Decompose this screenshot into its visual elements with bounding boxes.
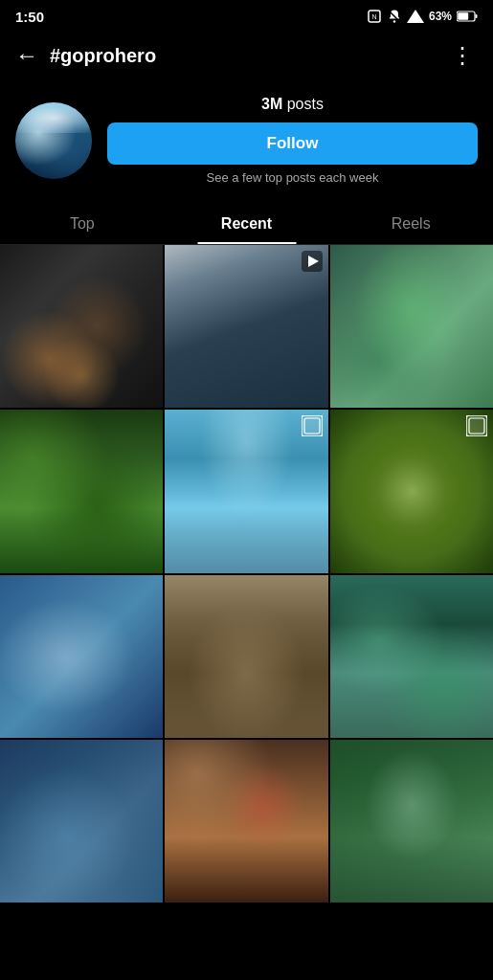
status-icons: N 63% bbox=[367, 9, 478, 24]
header: ← #goprohero ⋮ bbox=[0, 31, 493, 80]
page-title: #goprohero bbox=[50, 45, 447, 67]
svg-rect-6 bbox=[476, 14, 478, 18]
grid-item-fish[interactable] bbox=[330, 245, 493, 408]
svg-rect-7 bbox=[458, 12, 468, 20]
tab-reels[interactable]: Reels bbox=[328, 204, 493, 244]
grid-item-waterfall[interactable] bbox=[330, 740, 493, 902]
profile-info: 3M posts Follow See a few top posts each… bbox=[107, 96, 478, 185]
avatar bbox=[15, 102, 92, 179]
grid-item-motorcycle[interactable] bbox=[165, 245, 327, 408]
multi-icon bbox=[302, 415, 323, 436]
grid-item-shark[interactable] bbox=[0, 575, 163, 738]
svg-marker-4 bbox=[407, 10, 424, 23]
mute-icon bbox=[387, 9, 402, 24]
grid-item-forest[interactable] bbox=[0, 410, 163, 572]
battery-icon bbox=[457, 11, 478, 22]
profile-section: 3M posts Follow See a few top posts each… bbox=[0, 80, 493, 185]
play-icon bbox=[302, 251, 323, 272]
more-options-button[interactable]: ⋮ bbox=[447, 38, 478, 73]
tab-recent[interactable]: Recent bbox=[165, 204, 329, 244]
status-time: 1:50 bbox=[15, 9, 44, 25]
svg-text:N: N bbox=[371, 13, 376, 20]
grid-item-surfer[interactable] bbox=[165, 410, 327, 572]
follow-button[interactable]: Follow bbox=[107, 122, 478, 165]
status-bar: 1:50 N 63% bbox=[0, 0, 493, 31]
grid-item-truck[interactable] bbox=[165, 575, 327, 738]
nfc-icon: N bbox=[367, 9, 382, 24]
posts-count: 3M posts bbox=[107, 96, 478, 113]
battery-text: 63% bbox=[429, 10, 452, 23]
grid-item-balloon[interactable] bbox=[165, 740, 327, 902]
photo-grid bbox=[0, 245, 493, 902]
multi-icon-2 bbox=[466, 415, 487, 436]
signal-icon bbox=[407, 10, 424, 23]
tab-bar: Top Recent Reels bbox=[0, 204, 493, 245]
grid-item-drums[interactable] bbox=[0, 245, 163, 408]
tab-top[interactable]: Top bbox=[0, 204, 165, 244]
svg-point-3 bbox=[393, 20, 395, 22]
back-button[interactable]: ← bbox=[15, 42, 38, 69]
grid-item-reef[interactable] bbox=[330, 575, 493, 738]
follow-subtitle: See a few top posts each week bbox=[107, 170, 478, 185]
grid-item-eye[interactable] bbox=[330, 410, 493, 572]
grid-item-turtle[interactable] bbox=[0, 740, 163, 902]
